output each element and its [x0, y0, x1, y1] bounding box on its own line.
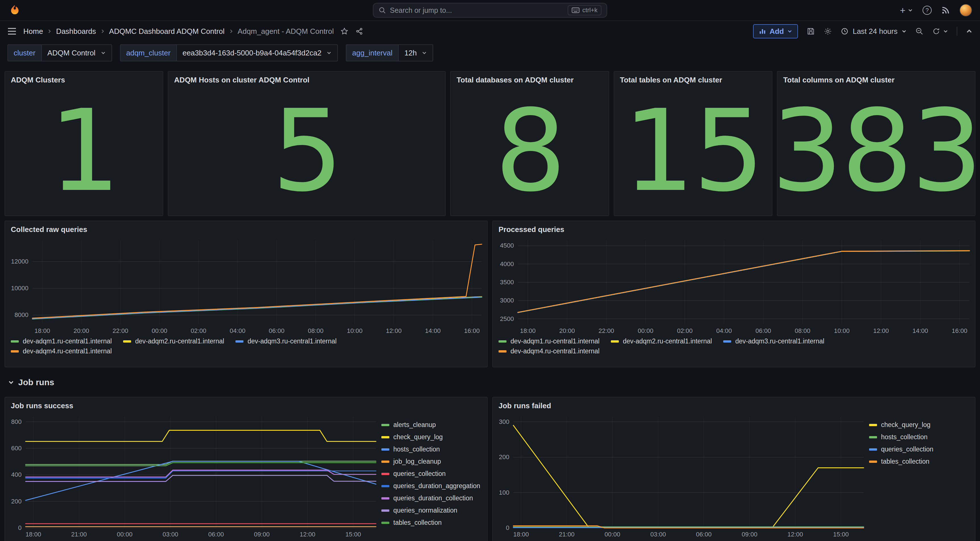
variable-label: adqm_cluster [120, 44, 176, 62]
user-avatar[interactable] [959, 4, 972, 16]
legend-item[interactable]: dev-adqm3.ru-central1.internal [723, 338, 824, 345]
legend-item[interactable]: queries_collection [869, 446, 970, 453]
add-panel-button[interactable]: Add [753, 24, 798, 38]
legend-item[interactable]: check_query_log [381, 433, 483, 441]
clock-icon [841, 27, 849, 35]
search-bar[interactable]: ctrl+k [373, 3, 607, 17]
legend-item[interactable]: tables_collection [381, 519, 483, 527]
legend-item[interactable]: queries_collection [381, 470, 483, 478]
top-bar: ctrl+k + ? [0, 0, 980, 21]
collapse-toolbar-icon[interactable] [966, 28, 973, 35]
chart-svg: 2500300035004000450018:0020:0022:0000:00… [493, 236, 975, 336]
panel-title[interactable]: ADQM Clusters [5, 71, 163, 86]
svg-text:18:00: 18:00 [25, 531, 41, 538]
legend-series-color [869, 424, 877, 426]
toolbar-actions: Add Last 24 hours [753, 24, 973, 38]
panel-title[interactable]: ADQM Hosts on cluster ADQM Control [169, 71, 445, 86]
legend-item[interactable]: queries_duration_aggregation [381, 482, 483, 490]
time-range-picker[interactable]: Last 24 hours [841, 27, 907, 36]
breadcrumb-home[interactable]: Home [23, 27, 43, 36]
chart-legend: dev-adqm1.ru-central1.internaldev-adqm2.… [493, 336, 891, 357]
legend-item[interactable]: dev-adqm2.ru-central1.internal [611, 338, 712, 345]
share-icon[interactable] [355, 27, 363, 35]
breadcrumb-dashboard-title[interactable]: Adqm_agent - ADQM Control [238, 27, 334, 36]
variable-label: agg_interval [346, 44, 398, 62]
menu-toggle-icon[interactable] [7, 27, 16, 35]
legend-item[interactable]: hosts_collection [869, 433, 970, 441]
breadcrumb-folder[interactable]: ADQMC Dashboard ADQM Control [109, 27, 225, 36]
new-menu-button[interactable]: + [900, 5, 913, 15]
legend-series-color [381, 509, 389, 512]
search-input[interactable] [390, 6, 564, 14]
panel-title[interactable]: Job runs failed [493, 397, 975, 412]
legend-item[interactable]: dev-adqm3.ru-central1.internal [235, 338, 336, 345]
legend-item[interactable]: job_log_cleanup [381, 458, 483, 465]
help-button[interactable]: ? [923, 6, 932, 15]
legend-item[interactable]: check_query_log [869, 421, 970, 429]
variable-value: ADQM Control [48, 49, 95, 57]
panel-title[interactable]: Job runs success [5, 397, 487, 412]
legend-series-name: hosts_collection [393, 446, 440, 453]
zoom-out-icon[interactable] [915, 27, 924, 35]
svg-text:09:00: 09:00 [742, 531, 757, 538]
svg-text:04:00: 04:00 [230, 327, 245, 334]
panel-title[interactable]: Total databases on ADQM cluster [451, 71, 608, 86]
legend-series-color [235, 340, 243, 343]
svg-text:18:00: 18:00 [513, 531, 529, 538]
legend-series-name: dev-adqm2.ru-central1.internal [135, 338, 224, 345]
timeseries-chart[interactable]: 020040060080018:0021:0000:0003:0006:0009… [5, 412, 381, 539]
variable-cluster-select[interactable]: ADQM Control [41, 44, 112, 62]
timeseries-chart[interactable]: 010020030018:0021:0000:0003:0006:0009:00… [493, 412, 869, 539]
save-dashboard-icon[interactable] [807, 27, 815, 35]
breadcrumb-dashboards[interactable]: Dashboards [56, 27, 96, 36]
chart-legend: dev-adqm1.ru-central1.internaldev-adqm2.… [5, 336, 403, 357]
variable-agg-interval-select[interactable]: 12h [398, 44, 433, 62]
svg-text:00:00: 00:00 [638, 327, 653, 334]
variable-adqm-cluster-select[interactable]: eea3b3d4-163d-5000-b9a4-04a54f3d2ca2 [176, 44, 338, 62]
timeseries-chart[interactable]: 8000100001200018:0020:0022:0000:0002:000… [5, 236, 487, 336]
svg-text:0: 0 [506, 524, 509, 531]
grafana-logo-icon[interactable] [8, 3, 22, 17]
svg-text:12:00: 12:00 [386, 327, 402, 334]
chevron-down-icon [8, 379, 14, 386]
variable-adqm-cluster: adqm_cluster eea3b3d4-163d-5000-b9a4-04a… [120, 44, 338, 62]
legend-item[interactable]: dev-adqm1.ru-central1.internal [11, 338, 112, 345]
legend-item[interactable]: hosts_collection [381, 446, 483, 453]
news-rss-button[interactable] [941, 6, 950, 14]
legend-item[interactable]: queries_duration_collection [381, 494, 483, 502]
legend-item[interactable]: alerts_cleanup [381, 421, 483, 429]
legend-series-color [123, 340, 131, 343]
legend-series-color [381, 424, 389, 426]
legend-item[interactable]: tables_collection [869, 458, 970, 465]
panel-add-icon [759, 28, 766, 35]
refresh-button[interactable] [932, 27, 948, 35]
svg-text:21:00: 21:00 [71, 531, 87, 538]
legend-series-name: queries_normalization [393, 507, 457, 514]
settings-gear-icon[interactable] [824, 27, 832, 35]
legend-item[interactable]: dev-adqm4.ru-central1.internal [11, 347, 112, 355]
chevron-down-icon [787, 29, 792, 34]
legend-item[interactable]: dev-adqm2.ru-central1.internal [123, 338, 224, 345]
svg-text:18:00: 18:00 [520, 327, 536, 334]
row-header-job-runs[interactable]: Job runs [8, 376, 972, 388]
legend-item[interactable]: queries_normalization [381, 507, 483, 514]
panel-title[interactable]: Total columns on ADQM cluster [778, 71, 975, 86]
panel-title[interactable]: Collected raw queries [5, 221, 487, 236]
svg-text:12:00: 12:00 [300, 531, 315, 538]
svg-text:00:00: 00:00 [151, 327, 167, 334]
variable-value: eea3b3d4-163d-5000-b9a4-04a54f3d2ca2 [183, 49, 321, 57]
chart-svg: 010020030018:0021:0000:0003:0006:0009:00… [493, 412, 869, 539]
legend-item[interactable]: dev-adqm1.ru-central1.internal [498, 338, 600, 345]
panel-title[interactable]: Total tables on ADQM cluster [614, 71, 772, 86]
star-icon[interactable] [340, 27, 348, 35]
timeseries-chart[interactable]: 2500300035004000450018:0020:0022:0000:00… [493, 236, 975, 336]
panel-title[interactable]: Processed queries [493, 221, 975, 236]
legend-series-color [381, 497, 389, 500]
svg-text:200: 200 [499, 454, 509, 460]
chevron-right-icon [47, 29, 52, 34]
legend-series-color [498, 350, 506, 352]
legend-item[interactable]: dev-adqm4.ru-central1.internal [498, 347, 600, 355]
dashboard-title-actions [340, 27, 363, 35]
legend-series-color [381, 485, 389, 487]
chevron-right-icon [229, 29, 234, 34]
